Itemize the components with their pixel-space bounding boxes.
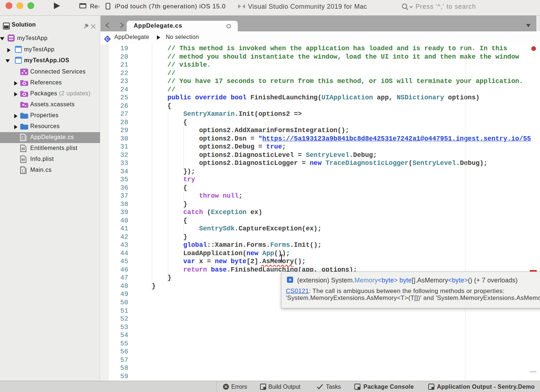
svg-text:{}: {} [21,136,26,140]
svg-text:C: C [106,37,109,41]
svg-text:{}: {} [21,169,26,173]
